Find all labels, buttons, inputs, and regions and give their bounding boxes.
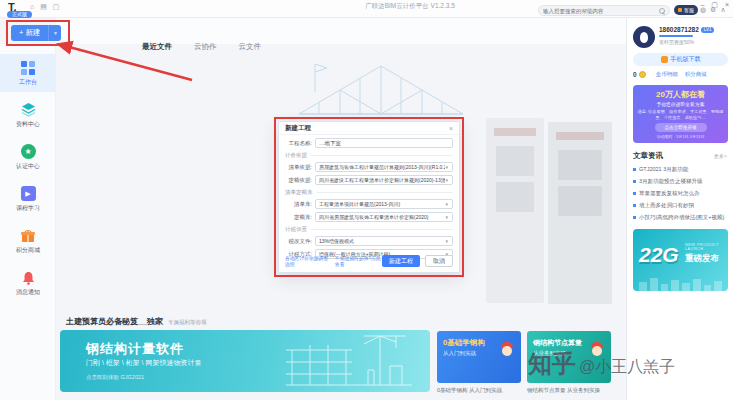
window-controls: – ▢ × [700,0,729,9]
project-name-input[interactable] [319,140,449,146]
launch-banner-22g[interactable]: NEW PRODUCT LAUNCH 22G 重磅发布 [633,229,728,291]
sidebar-item-notifications[interactable]: 消息通知 [0,264,56,302]
tab-cloud-collab[interactable]: 云协作 [194,42,217,52]
sidebar-item-workbench[interactable]: 工作台 [0,54,56,92]
layers-icon [21,102,36,117]
promo-card-caption: 钢结构节点算量 从业务到实操 [527,387,600,394]
quota-basis-select[interactable]: 四川省建设工程工程量清单计价定额计算规则(2020)-13清单(R1.3.- ▼ [315,175,453,185]
create-project-button[interactable]: 新建工程 [382,255,420,267]
news-list: GTJ2021 3月新功能 3月新功能预告之楼梯升级 算量需要反复核对怎么办 墙… [633,166,727,221]
new-project-button[interactable]: + 新建 ▼ [11,25,61,41]
news-more-link[interactable]: 更多> [714,153,727,159]
sidebar-item-certification[interactable]: ★ 认证中心 [0,138,56,176]
left-sidebar: 工作台 资料中心 ★ 认证中心 ▶ 课程学习 积分商城 消息通知 [0,44,56,400]
project-name-input-wrap [315,138,453,148]
file-tabs: 最近文件 云协作 云文件 [142,42,261,52]
user-card: 18602871282 LV1 资料完善度50% [633,26,727,48]
coin-count: 0 [633,71,637,78]
service-icon [678,8,682,12]
avatar[interactable] [633,26,655,48]
worker-mascot-icon [499,341,515,357]
section-libraries: 清单定额库 [285,189,453,196]
dialog-footer: 各地区计价依据调整说明 不知道如何选择?点此查看 新建工程 取消 [285,255,453,267]
service-badge[interactable]: 客服 [674,5,698,15]
quota-lib-select[interactable]: 四川省房屋建筑与装饰工程量清单计价定额(2020) ▼ [315,212,453,222]
bottom-headline: 土建预算员必备秘笈__独家 专属福利等你领 [66,316,206,327]
sidebar-item-courses[interactable]: ▶ 课程学习 [0,180,56,218]
chevron-down-icon: ▼ [445,202,449,207]
news-header: 文章资讯 更多> [633,151,727,161]
field-quota-basis: 定额依据: 四川省建设工程工程量清单计价定额计算规则(2020)-13清单(R1… [285,175,453,185]
home-icon[interactable]: ⌂ [30,3,34,11]
close-button[interactable]: × [725,0,729,9]
dialog-help-links: 各地区计价依据调整说明 不知道如何选择?点此查看 [285,255,382,267]
new-project-dropdown[interactable]: ▼ [48,25,61,41]
right-panel: 18602871282 LV1 资料完善度50% 手机版下载 0 金币明细 积分… [626,18,733,400]
section-tax: 计税设置 [285,226,453,233]
new-project-dialog: 新建工程 × 工程名称: 计价依据 清单依据: 房屋建筑与装饰工程计量规范计算规… [278,121,460,273]
list-basis-select[interactable]: 房屋建筑与装饰工程计量规范计算规则(2013-四川)(R1.0.25.0) ▼ [315,162,453,172]
tax-file-select[interactable]: 13%增值税模式 ▼ [315,236,453,246]
dialog-title: 新建工程 [285,124,311,133]
tab-cloud-files[interactable]: 云文件 [239,42,262,52]
coins-row: 0 金币明细 积分商城 [633,71,727,78]
bullet-icon [633,216,636,219]
chevron-down-icon: ▼ [445,215,449,220]
tab-recent-files[interactable]: 最近文件 [142,42,172,52]
list-lib-select[interactable]: 工程量清单项目计量规范(2013-四川) ▼ [315,199,453,209]
news-item[interactable]: 算量需要反复核对怎么办 [633,190,727,197]
bullet-icon [633,180,636,183]
folder-icon[interactable]: ▤ [40,3,47,11]
background-book [486,118,544,303]
bell-icon [21,270,36,285]
chevron-down-icon: ▼ [445,165,449,170]
user-level-badge: LV1 [701,27,715,33]
field-list-basis: 清单依据: 房屋建筑与装饰工程计量规范计算规则(2013-四川)(R1.0.25… [285,162,453,172]
field-list-lib: 清单库: 工程量清单项目计量规范(2013-四川) ▼ [285,199,453,209]
news-item[interactable]: GTJ2021 3月新功能 [633,166,727,173]
minimize-button[interactable]: – [700,0,704,9]
bullet-icon [633,168,636,171]
profile-completion: 资料完善度50% [659,39,714,45]
search-input[interactable] [543,8,659,14]
sidebar-item-points-mall[interactable]: 积分商城 [0,222,56,260]
star-badge-icon: ★ [21,144,36,159]
blueprint-drawing [291,52,471,132]
coin-icon [639,71,646,78]
quick-toolbar: ⌂ ▤ ▢ [30,3,59,11]
news-item[interactable]: 小技巧|高低跨外墙做法(图文+视频) [633,214,727,221]
window-title: 广联达BIM云计价平台 V1.2.3.5 [300,2,520,11]
points-mall-link[interactable]: 积分商城 [685,71,707,78]
how-to-choose-link[interactable]: 不知道如何选择?点此查看 [335,255,382,267]
header-row: 最近文件 云协作 云文件 [56,18,626,44]
section-pricing-basis: 计价依据 [285,152,453,159]
pricing-basis-help-link[interactable]: 各地区计价依据调整说明 [285,255,330,267]
coin-detail-link[interactable]: 金币明细 [656,71,678,78]
help-search[interactable] [538,5,670,16]
sidebar-item-resources[interactable]: 资料中心 [0,96,56,134]
promo-banner[interactable]: 20万人都在看 予你造价进阶全套方案 涵盖: 快速看图、组价串讲、手工对量、智能… [633,85,728,143]
mobile-download-button[interactable]: 手机版下载 [633,53,728,66]
field-project-name: 工程名称: [285,138,453,148]
dialog-header: 新建工程 × [279,122,459,135]
field-tax-file: 税改文件: 13%增值税模式 ▼ [285,236,453,246]
phone-app-icon [661,56,668,63]
promo-claim-button[interactable]: 点击立即免费领 [655,123,707,132]
search-icon[interactable] [659,8,665,14]
bullet-icon [633,204,636,207]
workbench-grid-icon [21,60,36,75]
skyline-decoration [633,277,728,291]
news-item[interactable]: 3月新功能预告之楼梯升级 [633,178,727,185]
cancel-button[interactable]: 取消 [425,255,453,267]
news-item[interactable]: 墙上画多处洞口有妙招 [633,202,727,209]
field-quota-lib: 定额库: 四川省房屋建筑与装饰工程量清单计价定额(2020) ▼ [285,212,453,222]
user-phone: 18602871282 [659,26,699,33]
window-icon[interactable]: ▢ [53,3,60,11]
dialog-close-icon[interactable]: × [449,125,453,132]
maximize-button[interactable]: ▢ [711,0,718,9]
version-badge: 正式版 [7,11,32,18]
steel-software-banner[interactable]: 钢结构计量软件 门刚 \ 框架 \ 桁架 \ 网架快速物资计量 点击即刻体验 G… [60,330,430,392]
promo-card-steel-beginner[interactable]: 0基础学钢构 从入门到实战 [437,331,521,383]
chevron-down-icon: ▼ [445,239,449,244]
promo-card-caption: 0基础学钢构 从入门到实战 [437,387,502,394]
